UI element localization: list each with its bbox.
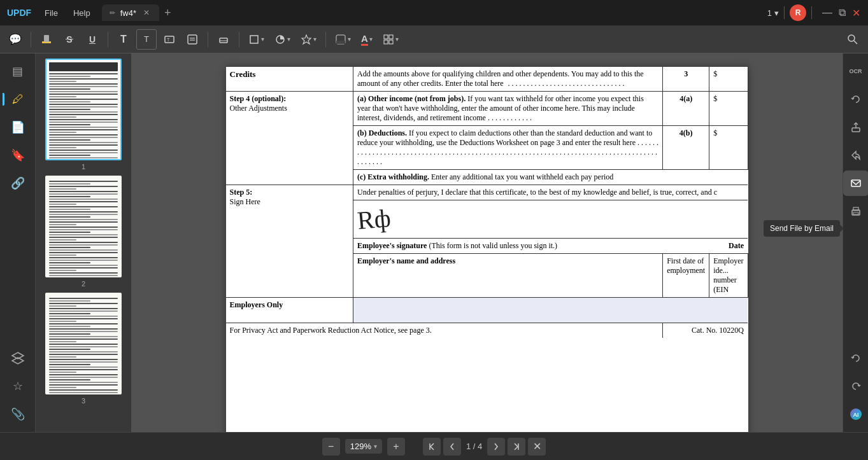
eraser-tool[interactable] xyxy=(213,29,234,50)
step5-sub: Sign Here xyxy=(230,197,350,207)
window-controls: — ⧉ ✕ xyxy=(822,7,860,19)
page-navigation: 1 / 4 ✕ xyxy=(423,438,546,456)
underline-tool[interactable]: U xyxy=(82,29,103,50)
thumbnail-page-1[interactable]: 1 xyxy=(41,59,126,171)
comment-tool[interactable]: 💬 xyxy=(5,29,25,50)
close-button[interactable]: ✕ xyxy=(852,7,860,19)
title-separator xyxy=(784,6,785,19)
ocr-sidebar-icon[interactable]: OCR xyxy=(843,59,869,84)
highlight-tool[interactable] xyxy=(36,29,57,50)
file-menu[interactable]: File xyxy=(38,6,64,20)
thumb-label-1: 1 xyxy=(82,163,85,171)
main-content: ▤ 🖊 📄 🔖 🔗 ☆ 📎 xyxy=(0,53,868,432)
thumbnail-page-3[interactable]: 3 xyxy=(41,293,126,405)
ai-sidebar-icon[interactable]: AI xyxy=(843,401,869,427)
font-color-tool[interactable]: A ▾ xyxy=(357,29,376,50)
shape-tool[interactable]: ▾ xyxy=(245,29,268,50)
svg-rect-14 xyxy=(384,35,388,39)
nav-next-button[interactable] xyxy=(487,438,505,456)
svg-point-18 xyxy=(848,35,855,41)
tab-close-button[interactable]: ✕ xyxy=(141,8,152,18)
svg-rect-16 xyxy=(384,40,388,44)
add-tab-button[interactable]: + xyxy=(159,6,176,20)
step5-row: Step 5: Sign Here Under penalties of per… xyxy=(226,185,748,254)
bookmark2-sidebar-icon[interactable]: ☆ xyxy=(5,373,31,399)
left-sidebar: ▤ 🖊 📄 🔖 🔗 ☆ 📎 xyxy=(0,53,36,432)
search-tool[interactable] xyxy=(843,29,863,50)
share-sidebar-icon[interactable] xyxy=(843,143,869,168)
toolbar-separator-2 xyxy=(108,32,108,47)
bottom-close-button[interactable]: ✕ xyxy=(528,438,546,456)
credits-dollar: $ xyxy=(709,67,748,92)
title-separator2 xyxy=(811,6,812,19)
emp-name-addr: Employer's name and address xyxy=(353,254,663,298)
thumb-image-1 xyxy=(45,59,122,160)
zoom-in-button[interactable]: + xyxy=(387,438,405,456)
zoom-out-button[interactable]: − xyxy=(322,438,340,456)
pdf-viewer[interactable]: Credits Add the amounts above for qualif… xyxy=(131,53,843,432)
note-tool[interactable] xyxy=(182,29,203,50)
title-bar-right: 1 ▾ R — ⧉ ✕ xyxy=(767,4,860,21)
pdf-page: Credits Add the amounts above for qualif… xyxy=(226,66,748,432)
page-nav-indicator[interactable]: 1 ▾ xyxy=(767,8,779,18)
convert-sidebar-icon[interactable] xyxy=(843,87,869,112)
user-avatar[interactable]: R xyxy=(790,4,806,21)
step5-date: Date xyxy=(729,241,744,250)
print-sidebar-icon[interactable] xyxy=(843,199,869,224)
toolbar: 💬 S U T T T ▾ ▾ ▾ ▾ A ▾ xyxy=(0,25,868,53)
maximize-button[interactable]: ⧉ xyxy=(839,7,846,18)
textbox-tool[interactable]: T xyxy=(159,29,180,50)
nav-last-button[interactable] xyxy=(508,438,525,456)
app-logo: UPDF xyxy=(0,8,38,18)
zoom-level-display[interactable]: 129% ▾ xyxy=(345,439,382,454)
export-sidebar-icon[interactable] xyxy=(843,115,869,140)
toolbar-separator-4 xyxy=(239,32,239,47)
redo-sidebar-icon[interactable] xyxy=(843,373,869,399)
text-alt-tool[interactable]: T xyxy=(136,29,157,50)
nav-prev-button[interactable] xyxy=(443,438,461,456)
fill-tool[interactable]: ▾ xyxy=(331,29,355,50)
step4-row: Step 4 (optional): Other Adjustments (a)… xyxy=(226,92,748,126)
tab-bar: ✏ fw4* ✕ + xyxy=(102,4,767,21)
attachment-sidebar-icon[interactable]: 🔗 xyxy=(5,171,31,196)
svg-line-19 xyxy=(854,41,857,44)
bookmark-sidebar-icon[interactable]: 🔖 xyxy=(5,143,31,168)
text-tool[interactable]: T xyxy=(113,29,134,50)
grid-tool[interactable]: ▾ xyxy=(379,29,402,50)
step4b-field: 4(b) xyxy=(663,126,709,170)
step4a-dollar: $ xyxy=(709,92,748,126)
emp-first-date: First date of employment xyxy=(663,254,709,298)
color-tool[interactable]: ▾ xyxy=(271,29,294,50)
svg-rect-17 xyxy=(389,40,393,44)
thumbnail-sidebar-icon[interactable]: ▤ xyxy=(5,59,31,84)
minimize-button[interactable]: — xyxy=(822,7,832,18)
svg-text:AI: AI xyxy=(853,412,858,418)
layers-sidebar-icon[interactable] xyxy=(5,345,31,371)
svg-rect-27 xyxy=(853,213,858,214)
email-sidebar-icon[interactable] xyxy=(843,171,869,196)
highlight-sidebar-icon[interactable]: 🖊 xyxy=(5,87,31,112)
svg-rect-9 xyxy=(250,36,258,43)
step4a-field: 4(a) xyxy=(663,92,709,126)
paperclip-sidebar-icon[interactable]: 📎 xyxy=(5,401,31,427)
page-sidebar-icon[interactable]: 📄 xyxy=(5,115,31,140)
step4c-desc: Enter any additional tax you want withhe… xyxy=(431,172,613,181)
credits-field-num: 3 xyxy=(663,67,709,92)
nav-first-button[interactable] xyxy=(423,438,441,456)
step5-label: Step 5: xyxy=(230,188,350,197)
credits-label: Credits xyxy=(230,69,256,79)
title-bar: UPDF File Help ✏ fw4* ✕ + 1 ▾ R — ⧉ ✕ xyxy=(0,0,868,25)
step4-sublabel: Other Adjustments xyxy=(230,104,350,113)
thumbnail-page-2[interactable]: 2 xyxy=(41,176,126,288)
toolbar-separator-5 xyxy=(325,32,326,47)
active-indicator xyxy=(3,93,4,106)
right-sidebar: OCR xyxy=(843,53,868,432)
strikethrough-tool[interactable]: S xyxy=(59,29,80,50)
credits-row: Credits Add the amounts above for qualif… xyxy=(226,67,748,92)
stamp-tool[interactable]: ▾ xyxy=(297,29,320,50)
emp-id: Employer ide... number (EIN xyxy=(709,254,748,298)
help-menu[interactable]: Help xyxy=(67,6,97,20)
privacy-row: For Privacy Act and Paperwork Reduction … xyxy=(226,323,748,338)
active-tab[interactable]: ✏ fw4* ✕ xyxy=(102,4,159,21)
undo-sidebar-icon[interactable] xyxy=(843,345,869,371)
